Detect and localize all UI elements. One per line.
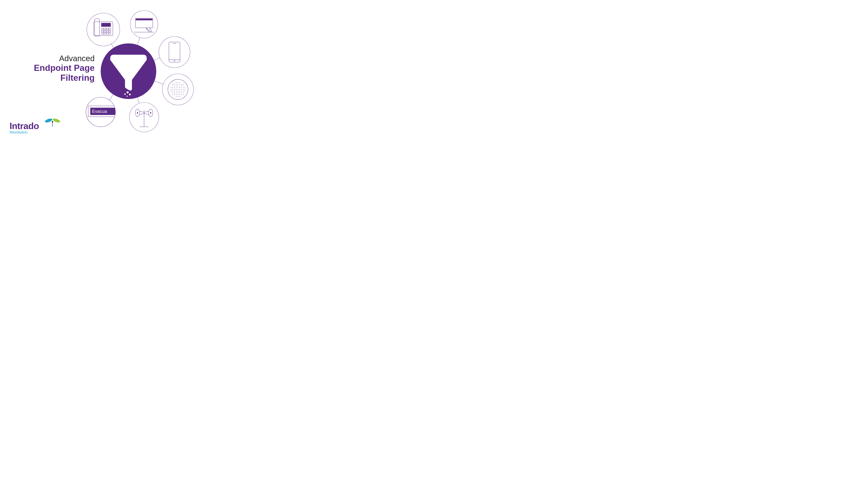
- svg-point-80: [178, 82, 178, 83]
- svg-point-76: [174, 94, 175, 95]
- svg-point-81: [178, 96, 178, 97]
- svg-point-51: [180, 86, 180, 86]
- svg-point-91: [183, 84, 184, 85]
- signage-node: Evacua: [86, 97, 118, 127]
- svg-point-74: [174, 84, 175, 85]
- svg-point-36: [178, 88, 178, 88]
- svg-point-98: [137, 112, 138, 114]
- svg-point-68: [176, 94, 177, 95]
- svg-point-26: [159, 36, 190, 68]
- speaker-node: [162, 74, 193, 105]
- svg-rect-10: [101, 23, 111, 27]
- svg-point-100: [150, 112, 151, 114]
- svg-point-79: [185, 89, 185, 90]
- svg-point-75: [181, 84, 182, 85]
- svg-point-8: [87, 13, 120, 46]
- svg-point-63: [183, 88, 184, 88]
- svg-point-58: [173, 89, 173, 90]
- signage-text: Evacua: [92, 109, 107, 114]
- svg-rect-25: [136, 19, 152, 20]
- svg-point-33: [178, 89, 178, 90]
- svg-point-72: [173, 93, 173, 93]
- svg-point-1: [52, 118, 61, 123]
- svg-point-77: [181, 94, 182, 95]
- svg-point-61: [178, 94, 178, 95]
- svg-point-50: [176, 86, 177, 86]
- speaker-icon: [168, 79, 188, 99]
- svg-point-7: [127, 96, 128, 97]
- svg-point-57: [181, 93, 182, 93]
- svg-point-44: [178, 86, 178, 86]
- svg-point-64: [173, 91, 173, 92]
- svg-point-54: [174, 86, 175, 86]
- dragonfly-icon: [44, 116, 62, 128]
- svg-point-66: [176, 84, 177, 85]
- svg-point-73: [183, 93, 184, 93]
- svg-point-40: [176, 91, 177, 92]
- svg-point-65: [183, 91, 184, 92]
- svg-point-41: [180, 91, 180, 92]
- svg-point-84: [171, 91, 172, 92]
- svg-point-43: [181, 89, 182, 90]
- svg-point-89: [180, 96, 180, 97]
- svg-point-78: [171, 89, 172, 90]
- svg-point-53: [180, 93, 180, 93]
- svg-point-87: [180, 82, 180, 83]
- svg-point-46: [174, 88, 175, 88]
- svg-point-23: [130, 10, 158, 38]
- svg-point-37: [178, 91, 178, 92]
- svg-point-0: [44, 118, 53, 123]
- svg-point-69: [180, 94, 180, 95]
- svg-point-85: [185, 91, 185, 92]
- svg-point-71: [183, 86, 184, 86]
- mobile-node: [159, 36, 190, 68]
- endpoint-diagram: Evacua: [80, 7, 202, 134]
- svg-point-5: [124, 93, 126, 95]
- svg-point-45: [178, 93, 178, 93]
- svg-point-82: [171, 88, 172, 88]
- logo-brand: Intrado: [9, 121, 39, 130]
- svg-point-67: [180, 84, 180, 85]
- svg-point-83: [185, 88, 185, 88]
- svg-point-59: [183, 89, 184, 90]
- svg-point-55: [181, 86, 182, 86]
- svg-point-93: [183, 94, 184, 95]
- siren-node: [129, 102, 159, 132]
- svg-point-86: [176, 82, 177, 83]
- svg-point-42: [174, 89, 175, 90]
- svg-point-88: [176, 96, 177, 97]
- svg-point-49: [181, 91, 182, 92]
- svg-point-6: [129, 94, 131, 95]
- svg-point-38: [176, 88, 177, 88]
- svg-point-56: [174, 93, 175, 93]
- svg-point-92: [173, 94, 173, 95]
- svg-point-47: [181, 88, 182, 88]
- svg-point-39: [180, 88, 180, 88]
- svg-point-62: [173, 88, 173, 88]
- svg-point-70: [173, 86, 173, 86]
- svg-point-35: [180, 89, 180, 90]
- svg-point-90: [173, 84, 173, 85]
- svg-point-60: [178, 84, 178, 85]
- svg-point-48: [174, 91, 175, 92]
- svg-point-52: [176, 93, 177, 93]
- svg-point-4: [127, 91, 129, 93]
- svg-point-34: [176, 89, 177, 90]
- desk-phone-node: [87, 13, 120, 46]
- brand-logo: Intrado Revolution: [9, 121, 39, 134]
- desktop-node: [130, 10, 158, 38]
